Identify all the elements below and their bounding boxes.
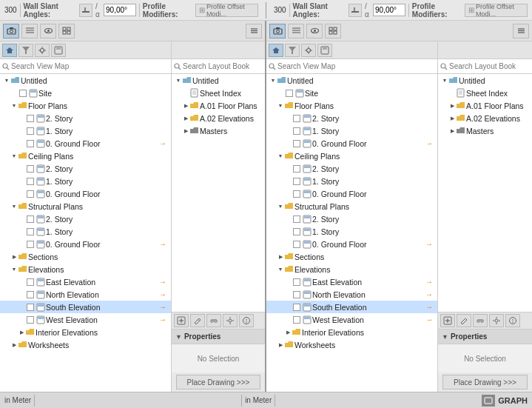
tree-checkbox[interactable]: [27, 190, 34, 198]
tree-row[interactable]: Interior Elevations: [266, 326, 437, 338]
r-list-icon-btn[interactable]: [288, 24, 304, 39]
tree-row[interactable]: Interior Elevations: [0, 326, 171, 338]
props-link-btn[interactable]: [206, 314, 221, 327]
r-vm-filter-btn[interactable]: [285, 44, 300, 57]
r-eye-icon-btn[interactable]: [306, 24, 323, 39]
tree-row[interactable]: 0. Ground Floor →: [0, 238, 171, 250]
left-lb-search[interactable]: [183, 62, 263, 70]
props-circle-btn[interactable]: [239, 314, 254, 327]
tree-row[interactable]: North Elevation →: [0, 288, 171, 301]
tree-row[interactable]: East Elevation →: [0, 275, 171, 288]
expand-icon[interactable]: [277, 254, 284, 260]
tree-row[interactable]: Floor Plans: [266, 99, 437, 112]
tree-row[interactable]: East Elevation →: [266, 275, 437, 288]
tree-row[interactable]: West Elevation →: [266, 313, 437, 326]
expand-icon[interactable]: [18, 330, 25, 335]
tree-row[interactable]: 1. Story: [266, 124, 437, 137]
expand-icon[interactable]: [448, 116, 456, 121]
tree-row[interactable]: Structural Plans: [0, 200, 171, 213]
left-vm-filter-btn[interactable]: [18, 44, 33, 57]
expand-icon[interactable]: [10, 204, 18, 209]
expand-icon[interactable]: [448, 103, 456, 109]
left-vm-home-btn[interactable]: [2, 44, 17, 57]
tree-row[interactable]: 1. Story: [0, 124, 171, 137]
tree-row[interactable]: A.01 Floor Plans: [438, 99, 532, 112]
tree-row[interactable]: 1. Story: [266, 175, 437, 187]
tree-row[interactable]: A.02 Elevations: [172, 112, 265, 124]
tree-row[interactable]: Sheet Index: [172, 87, 265, 99]
tree-row[interactable]: 0. Ground Floor: [266, 187, 437, 200]
list-icon-btn[interactable]: [21, 24, 38, 39]
tree-row[interactable]: A.01 Floor Plans: [172, 99, 265, 112]
r-vm-home-btn[interactable]: [269, 44, 283, 57]
tree-row[interactable]: Ceiling Plans: [0, 150, 171, 162]
tree-checkbox[interactable]: [27, 127, 34, 135]
tree-row[interactable]: West Elevation →: [0, 313, 171, 326]
tree-row[interactable]: 2. Story: [266, 112, 437, 124]
tree-row[interactable]: 0. Ground Floor →: [266, 137, 437, 150]
tree-row[interactable]: Elevations: [0, 263, 171, 275]
wall-slant-icon1[interactable]: [79, 4, 92, 17]
tree-checkbox[interactable]: [27, 278, 34, 286]
eye-icon-btn[interactable]: [40, 24, 56, 39]
expand-icon[interactable]: [182, 128, 189, 134]
expand-icon[interactable]: [277, 153, 284, 158]
tree-row[interactable]: Worksheets: [0, 338, 171, 351]
expand-icon[interactable]: [277, 204, 284, 209]
tree-checkbox[interactable]: [27, 215, 34, 223]
expand-icon[interactable]: [10, 267, 18, 272]
props-new-btn[interactable]: [174, 314, 189, 327]
tree-row[interactable]: Structural Plans: [266, 200, 437, 213]
expand-icon[interactable]: [277, 103, 284, 108]
props-edit-btn[interactable]: [190, 314, 205, 327]
tree-row[interactable]: Untitled: [172, 74, 265, 87]
tree-row[interactable]: 1. Story: [266, 225, 437, 238]
expand-icon[interactable]: [448, 128, 456, 134]
tree-row[interactable]: Site: [0, 87, 171, 99]
tree-checkbox[interactable]: [27, 304, 34, 311]
tree-row[interactable]: Ceiling Plans: [266, 150, 437, 162]
tree-row[interactable]: Worksheets: [266, 338, 437, 351]
expand-icon[interactable]: [10, 103, 18, 108]
props-settings2-btn[interactable]: [223, 314, 238, 327]
tree-row[interactable]: 1. Story: [0, 175, 171, 187]
expand-icon[interactable]: [277, 267, 284, 272]
tree-row[interactable]: Masters: [172, 124, 265, 137]
r-vm-save-btn[interactable]: [317, 44, 332, 57]
tree-row[interactable]: North Elevation →: [266, 288, 437, 301]
angle-input[interactable]: [104, 4, 136, 16]
tree-row[interactable]: Untitled: [0, 74, 171, 87]
left-vm-search[interactable]: [11, 62, 169, 70]
r-props-edit-btn[interactable]: [457, 314, 471, 327]
expand-icon[interactable]: [182, 103, 189, 109]
tree-checkbox[interactable]: [27, 140, 34, 147]
tree-row[interactable]: Floor Plans: [0, 99, 171, 112]
tree-row[interactable]: 2. Story: [0, 162, 171, 175]
expand-icon[interactable]: [10, 342, 18, 348]
r-props-settings2-btn[interactable]: [489, 314, 504, 327]
tree-row[interactable]: South Elevation →: [266, 301, 437, 313]
expand-icon[interactable]: [284, 330, 292, 335]
tree-checkbox[interactable]: [27, 228, 34, 235]
r-place-drawing-btn[interactable]: Place Drawing >>>: [442, 375, 528, 389]
tree-checkbox[interactable]: [27, 316, 34, 324]
tree-row[interactable]: 2. Story: [0, 112, 171, 124]
expand-icon[interactable]: [175, 78, 182, 83]
left-vm-save-btn[interactable]: [51, 44, 66, 57]
tree-row[interactable]: Sections: [0, 250, 171, 263]
tree-row[interactable]: 1. Story: [0, 225, 171, 238]
tree-row[interactable]: 2. Story: [0, 213, 171, 225]
expand-icon[interactable]: [277, 342, 284, 348]
place-drawing-btn[interactable]: Place Drawing >>>: [176, 375, 260, 389]
tree-row[interactable]: Site: [266, 87, 437, 99]
tree-checkbox[interactable]: [27, 115, 34, 122]
tree-checkbox[interactable]: [27, 178, 34, 185]
r-camera-icon-btn[interactable]: [269, 24, 286, 39]
r-vm-settings-btn[interactable]: [301, 44, 316, 57]
tree-checkbox[interactable]: [27, 165, 34, 173]
r-hamburger-icon-btn[interactable]: [513, 24, 529, 39]
expand-icon[interactable]: [3, 78, 10, 83]
tree-row[interactable]: Masters: [438, 124, 532, 137]
grid-icon-btn[interactable]: [58, 24, 75, 39]
r-wall-slant-icon1[interactable]: [349, 4, 362, 17]
